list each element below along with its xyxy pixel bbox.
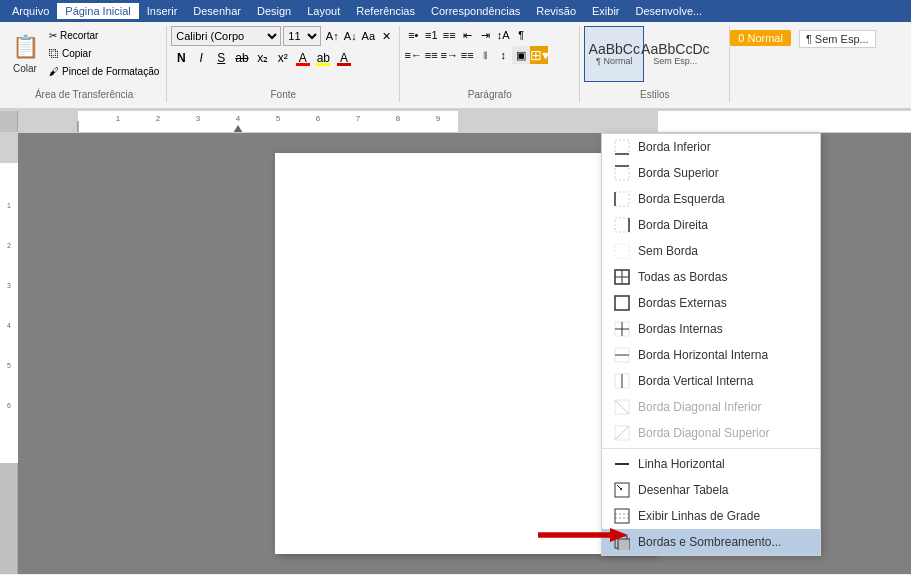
dropdown-borda-superior[interactable]: Borda Superior [602,160,820,186]
format-painter-icon: 🖌 [49,66,59,77]
paste-label: Colar [13,63,37,74]
menu-layout[interactable]: Layout [299,3,348,19]
font-shrink-button[interactable]: A↓ [341,27,359,45]
font-color-button[interactable]: A [293,48,313,68]
font-color2-bar [337,63,351,66]
highlight-button[interactable]: ab [313,48,334,68]
dropdown-borda-esquerda-label: Borda Esquerda [638,192,725,206]
dropdown-sem-borda[interactable]: Sem Borda [602,238,820,264]
dropdown-borda-diag-sup: Borda Diagonal Superior [602,420,820,446]
dropdown-bordas-externas-label: Bordas Externas [638,296,727,310]
cut-icon: ✂ [49,30,57,41]
dropdown-borda-diag-inf-label: Borda Diagonal Inferior [638,400,761,414]
normal-style-badge: 0 Normal [730,30,791,46]
show-para-button[interactable]: ¶ [512,26,530,44]
side-ruler-svg: 1 2 3 4 5 6 [0,133,18,575]
dropdown-bordas-internas[interactable]: Bordas Internas [602,316,820,342]
cut-button[interactable]: ✂ Recortar [46,26,162,44]
ruler-svg: 1 2 3 4 5 6 7 8 9 [18,111,911,132]
italic-button[interactable]: I [191,48,211,68]
styles-group-label: Estilos [580,89,729,100]
svg-text:1: 1 [7,202,11,209]
dropdown-borda-v-interna[interactable]: Borda Vertical Interna [602,368,820,394]
justify-button[interactable]: ≡≡ [458,46,476,64]
align-left-button[interactable]: ≡← [404,46,422,64]
menu-desenvolve[interactable]: Desenvolve... [628,3,711,19]
dropdown-todas-bordas[interactable]: Todas as Bordas [602,264,820,290]
svg-rect-26 [615,192,629,206]
paragraph-group: ≡• ≡1 ≡≡ ⇤ ⇥ ↕A ¶ ≡← ≡≡ ≡→ ≡≡ ⫴ ↕ ▣ ⊞▾ [400,26,580,102]
menu-inserir[interactable]: Inserir [139,3,186,19]
menu-arquivo[interactable]: Arquivo [4,3,57,19]
dropdown-exibir-linhas-label: Exibir Linhas de Grade [638,509,760,523]
decrease-indent-button[interactable]: ⇤ [458,26,476,44]
font-group-label: Fonte [167,89,399,100]
dropdown-linha-horizontal[interactable]: Linha Horizontal [602,451,820,477]
borders-dropdown-button[interactable]: ⊞▾ [530,46,548,64]
format-painter-button[interactable]: 🖌 Pincel de Formatação [46,62,162,80]
align-right-button[interactable]: ≡→ [440,46,458,64]
menu-bar: Arquivo Página Inicial Inserir Desenhar … [0,0,911,22]
svg-text:3: 3 [196,114,201,123]
clear-format-button[interactable]: ✕ [377,27,395,45]
menu-desenhar[interactable]: Desenhar [185,3,249,19]
dropdown-borda-esquerda[interactable]: Borda Esquerda [602,186,820,212]
dropdown-bordas-internas-label: Bordas Internas [638,322,723,336]
copy-button[interactable]: ⿻ Copiar [46,44,162,62]
increase-indent-button[interactable]: ⇥ [476,26,494,44]
line-spacing-button[interactable]: ↕ [494,46,512,64]
cut-label: Recortar [60,30,98,41]
font-grow-buttons: A↑ A↓ Aa ✕ [323,27,395,45]
dropdown-bordas-sombreamento-label: Bordas e Sombreamento... [638,535,781,549]
font-name-row: Calibri (Corpo 11 A↑ A↓ Aa ✕ [171,26,395,46]
columns-button[interactable]: ⫴ [476,46,494,64]
font-group: Calibri (Corpo 11 A↑ A↓ Aa ✕ N I S [167,26,400,102]
svg-text:9: 9 [436,114,441,123]
bordas-internas-icon [612,321,632,337]
no-spacing-badge: ¶ Sem Esp... [799,30,876,48]
underline-button[interactable]: S [211,48,231,68]
numbering-button[interactable]: ≡1 [422,26,440,44]
dropdown-bordas-sombreamento[interactable]: Bordas e Sombreamento... [602,529,820,555]
style-no-space-card[interactable]: AaBbCcDc Sem Esp... [645,26,705,82]
style-no-space-preview: AaBbCcDc [641,42,709,56]
clipboard-group-label: Área de Transferência [2,89,166,100]
svg-line-43 [615,400,629,414]
multilevel-button[interactable]: ≡≡ [440,26,458,44]
shading-button[interactable]: ▣ [512,46,530,64]
change-case-button[interactable]: Aa [359,27,377,45]
menu-exibir[interactable]: Exibir [584,3,628,19]
svg-text:7: 7 [356,114,361,123]
subscript-button[interactable]: x₂ [253,48,273,68]
sort-button[interactable]: ↕A [494,26,512,44]
align-center-button[interactable]: ≡≡ [422,46,440,64]
bold-button[interactable]: N [171,48,191,68]
font-family-select[interactable]: Calibri (Corpo [171,26,281,46]
strikethrough-button[interactable]: ab [231,48,252,68]
menu-referencias[interactable]: Referências [348,3,423,19]
paragraph-row1: ≡• ≡1 ≡≡ ⇤ ⇥ ↕A ¶ [404,26,530,44]
menu-revisao[interactable]: Revisão [528,3,584,19]
svg-rect-0 [18,111,78,132]
dropdown-bordas-externas[interactable]: Bordas Externas [602,290,820,316]
bullets-button[interactable]: ≡• [404,26,422,44]
menu-pagina-inicial[interactable]: Página Inicial [57,3,138,19]
dropdown-borda-inferior[interactable]: Borda Inferior [602,134,820,160]
svg-rect-30 [615,244,629,258]
document-page [275,153,655,554]
superscript-button[interactable]: x² [273,48,293,68]
dropdown-desenhar-tabela[interactable]: Desenhar Tabela [602,477,820,503]
font-grow-button[interactable]: A↑ [323,27,341,45]
dropdown-borda-h-interna[interactable]: Borda Horizontal Interna [602,342,820,368]
style-normal-preview: AaBbCc [589,42,640,56]
borda-v-interna-icon [612,373,632,389]
menu-design[interactable]: Design [249,3,299,19]
dropdown-exibir-linhas[interactable]: Exibir Linhas de Grade [602,503,820,529]
font-size-select[interactable]: 11 [283,26,321,46]
menu-correspondencias[interactable]: Correspondências [423,3,528,19]
dropdown-borda-direita[interactable]: Borda Direita [602,212,820,238]
font-color2-button[interactable]: A [334,48,354,68]
paste-button[interactable]: 📋 Colar [6,26,44,82]
svg-text:3: 3 [7,282,11,289]
style-normal-card[interactable]: AaBbCc ¶ Normal [584,26,644,82]
